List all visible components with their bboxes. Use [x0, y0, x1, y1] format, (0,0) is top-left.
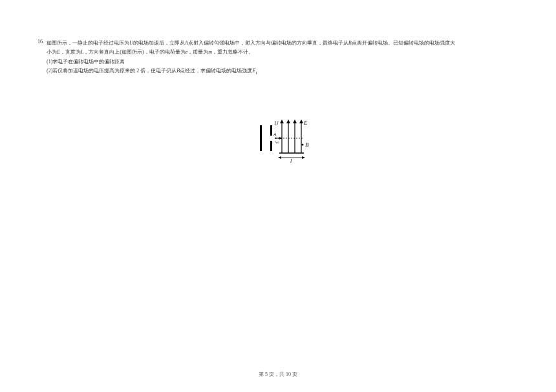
svg-marker-1 — [280, 119, 284, 123]
width-left-arrow-icon — [278, 156, 281, 159]
physics-diagram: U A v₀ — [256, 116, 314, 164]
svg-marker-7 — [299, 119, 303, 123]
svg-marker-5 — [293, 119, 297, 123]
diagram-container: U A v₀ — [47, 116, 524, 164]
page-footer: 第 5 页，共 10 页 — [0, 371, 556, 378]
question-line-1: 如图所示，一静止的电子经过电压为U的电场加速后，立即从A点射入偏转匀强电场中，射… — [47, 39, 524, 48]
a-label: A — [273, 132, 277, 137]
left-plate-icon — [260, 125, 262, 151]
field-arrows-icon — [280, 119, 303, 153]
right-plate-upper-icon — [270, 125, 272, 136]
question-16: 16. 如图所示，一静止的电子经过电压为U的电场加速后，立即从A点射入偏转匀强电… — [32, 39, 524, 164]
e-label: E — [303, 119, 308, 126]
svg-marker-3 — [286, 119, 290, 123]
question-line-2: 小为E，宽度为L，方向竖直向上(如图所示)，电子的电荷量为e，质量为m，重力忽略… — [47, 48, 524, 57]
question-body: 如图所示，一静止的电子经过电压为U的电场加速后，立即从A点射入偏转匀强电场中，射… — [47, 39, 524, 164]
point-b-icon — [302, 143, 304, 145]
v0-label: v₀ — [275, 140, 279, 144]
l-label: l — [290, 158, 292, 164]
u-label: U — [274, 120, 279, 127]
right-plate-lower-icon — [270, 141, 272, 151]
sub-question-2: (2)若仅将加速电场的电压提高为原来的 2 倍，使电子仍从B点经过，求偏转电场的… — [47, 67, 524, 77]
sub-question-1: (1)求电子在偏转电场中的偏转距离 — [47, 57, 524, 67]
question-number: 16. — [32, 39, 47, 45]
width-right-arrow-icon — [302, 156, 305, 159]
b-label: B — [305, 141, 309, 148]
